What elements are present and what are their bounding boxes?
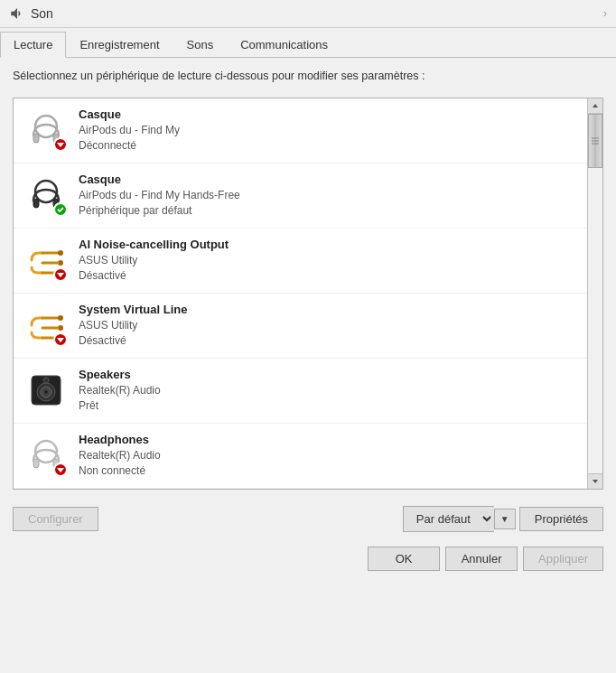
svg-point-9 bbox=[58, 250, 63, 256]
device-info-ainoise: AI Noise-cancelling Output ASUS Utility … bbox=[79, 238, 592, 284]
par-defaut-select[interactable]: Par défaut bbox=[403, 506, 494, 532]
device-sub2: Prêt bbox=[79, 398, 592, 414]
device-list[interactable]: Casque AirPods du - Find My Déconnecté bbox=[14, 98, 602, 489]
configurer-button[interactable]: Configurer bbox=[13, 507, 98, 531]
svg-point-24 bbox=[44, 390, 48, 394]
device-item-headphones[interactable]: Headphones Realtek(R) Audio Non connecté bbox=[14, 424, 602, 489]
scroll-down-arrow[interactable] bbox=[588, 473, 602, 489]
tabs-bar: Lecture Enregistrement Sons Communicatio… bbox=[0, 28, 616, 58]
status-green-badge bbox=[53, 202, 68, 217]
status-red-badge bbox=[53, 137, 68, 152]
bottom-button-bar: Configurer Par défaut ▼ Propriétés bbox=[0, 499, 616, 539]
annuler-button[interactable]: Annuler bbox=[445, 547, 518, 571]
device-info-speakers: Speakers Realtek(R) Audio Prêt bbox=[79, 368, 592, 414]
device-sub1: Realtek(R) Audio bbox=[79, 383, 592, 398]
device-info-casque2: Casque AirPods du - Find My Hands-Free P… bbox=[79, 173, 592, 219]
device-sub2: Désactivé bbox=[79, 333, 592, 349]
dropdown-arrow-button[interactable]: ▼ bbox=[494, 509, 516, 529]
tab-communications[interactable]: Communications bbox=[227, 32, 341, 58]
svg-marker-13 bbox=[57, 273, 64, 277]
device-sub2: Désactivé bbox=[79, 268, 592, 284]
device-sub2: Non connecté bbox=[79, 463, 592, 479]
device-icon-virtualline bbox=[24, 304, 68, 347]
scroll-thumb-lines bbox=[592, 137, 599, 144]
ok-button[interactable]: OK bbox=[368, 547, 440, 571]
down-arrow-icon bbox=[56, 465, 65, 474]
device-list-container: Casque AirPods du - Find My Déconnecté bbox=[13, 98, 603, 490]
scroll-thumb[interactable] bbox=[588, 114, 602, 168]
status-red-badge bbox=[53, 463, 68, 477]
device-info-headphones: Headphones Realtek(R) Audio Non connecté bbox=[79, 433, 592, 479]
dialog-footer: OK Annuler Appliquer bbox=[0, 539, 616, 582]
scroll-track bbox=[588, 114, 602, 473]
tab-enregistrement[interactable]: Enregistrement bbox=[66, 32, 173, 58]
default-dropdown-group: Par défaut ▼ bbox=[403, 506, 516, 532]
device-icon-speakers bbox=[24, 369, 68, 412]
breadcrumb-arrow: › bbox=[603, 7, 607, 20]
status-red-badge bbox=[53, 267, 68, 282]
sound-dialog: Son › Lecture Enregistrement Sons Commun… bbox=[0, 0, 616, 673]
description-text: Sélectionnez un périphérique de lecture … bbox=[0, 58, 616, 94]
chevron-down-icon bbox=[592, 479, 599, 484]
svg-point-16 bbox=[58, 315, 63, 321]
device-name: Casque bbox=[79, 107, 592, 121]
window-title: Son bbox=[31, 6, 598, 21]
device-sub2: Déconnecté bbox=[79, 138, 592, 154]
scroll-thumb-line bbox=[592, 140, 599, 141]
device-item-casque1[interactable]: Casque AirPods du - Find My Déconnecté bbox=[14, 98, 602, 164]
device-name: Headphones bbox=[79, 433, 592, 446]
device-sub1: ASUS Utility bbox=[79, 253, 592, 268]
device-sub1: Realtek(R) Audio bbox=[79, 448, 592, 463]
device-name: System Virtual Line bbox=[79, 303, 592, 316]
device-item-ainoise[interactable]: AI Noise-cancelling Output ASUS Utility … bbox=[14, 229, 602, 294]
device-icon-casque2 bbox=[24, 173, 68, 217]
down-arrow-icon bbox=[56, 270, 65, 279]
svg-marker-29 bbox=[57, 468, 64, 472]
scroll-up-arrow[interactable] bbox=[588, 98, 602, 114]
device-info-virtualline: System Virtual Line ASUS Utility Désacti… bbox=[79, 303, 592, 349]
svg-marker-30 bbox=[593, 104, 598, 107]
device-info-casque1: Casque AirPods du - Find My Déconnecté bbox=[79, 107, 592, 154]
svg-marker-3 bbox=[57, 143, 64, 147]
device-icon-headphones bbox=[24, 434, 68, 477]
appliquer-button[interactable]: Appliquer bbox=[523, 547, 603, 571]
svg-marker-31 bbox=[593, 480, 598, 483]
device-sub1: AirPods du - Find My bbox=[79, 123, 592, 138]
device-item-casque2[interactable]: Casque AirPods du - Find My Hands-Free P… bbox=[14, 164, 602, 229]
svg-point-25 bbox=[43, 378, 49, 383]
tab-lecture[interactable]: Lecture bbox=[0, 32, 66, 58]
device-name: AI Noise-cancelling Output bbox=[79, 238, 592, 251]
title-bar: Son › bbox=[0, 0, 616, 28]
device-item-virtualline[interactable]: System Virtual Line ASUS Utility Désacti… bbox=[14, 294, 602, 359]
proprietes-button[interactable]: Propriétés bbox=[519, 507, 603, 531]
device-name: Speakers bbox=[79, 368, 592, 381]
device-sub2: Périphérique par défaut bbox=[79, 203, 592, 219]
down-arrow-icon bbox=[56, 140, 65, 149]
chevron-up-icon bbox=[592, 103, 599, 108]
down-arrow-icon bbox=[56, 335, 65, 344]
speaker-device-icon bbox=[24, 369, 68, 412]
device-sub1: AirPods du - Find My Hands-Free bbox=[79, 188, 592, 203]
status-red-badge bbox=[53, 332, 68, 347]
scroll-thumb-line bbox=[592, 143, 599, 144]
device-item-speakers[interactable]: Speakers Realtek(R) Audio Prêt bbox=[14, 359, 602, 424]
svg-marker-20 bbox=[57, 338, 64, 342]
speaker-icon bbox=[9, 5, 25, 22]
scroll-thumb-line bbox=[592, 137, 599, 138]
device-icon-casque1 bbox=[24, 108, 68, 152]
device-name: Casque bbox=[79, 173, 592, 186]
scrollbar bbox=[587, 98, 602, 489]
device-icon-ainoise bbox=[24, 238, 68, 282]
device-sub1: ASUS Utility bbox=[79, 318, 592, 333]
tab-sons[interactable]: Sons bbox=[173, 32, 228, 58]
checkmark-icon bbox=[56, 205, 65, 214]
